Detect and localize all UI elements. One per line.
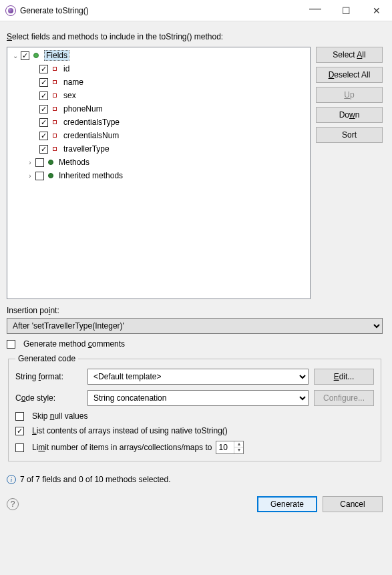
app-icon [5,5,16,16]
tree-item[interactable]: credentialsType [7,116,310,129]
checkbox-gen-comments[interactable] [7,340,15,349]
tree-item[interactable]: sex [7,89,310,102]
instruction-label: Select fields and methods to include in … [7,32,383,41]
checkbox-limit-items[interactable] [15,443,24,452]
string-format-label: String format: [15,372,82,381]
edit-button[interactable]: Edit... [314,369,374,385]
collapse-icon[interactable]: ⌄ [11,52,19,59]
square-red-icon [53,134,57,138]
up-button[interactable]: Up [316,87,383,103]
title-bar: Generate toString() — ☐ ✕ [0,0,392,21]
field-tree[interactable]: ⌄ Fields id name sex phoneNum credential… [7,47,311,299]
sort-button[interactable]: Sort [316,127,383,143]
skip-null-label: Skip null values [32,411,87,421]
checkbox[interactable] [39,91,48,100]
cancel-button[interactable]: Cancel [323,496,383,512]
checkbox-fields[interactable] [21,51,29,60]
minimize-button[interactable]: — [300,0,331,18]
tree-node-inherited[interactable]: › Inherited methods [7,169,310,182]
help-icon[interactable]: ? [7,498,19,510]
checkbox[interactable] [39,132,48,140]
down-button[interactable]: Down [316,107,383,123]
circle-green-icon [48,173,53,178]
tree-item[interactable]: phoneNum [7,102,310,116]
tree-label-methods: Methods [59,158,89,167]
generated-code-group: Generated code String format: <Default t… [8,354,381,461]
tree-node-fields[interactable]: ⌄ Fields [7,49,310,62]
string-format-select[interactable]: <Default template> [87,369,309,385]
insertion-point-label: Insertion point: [7,306,383,315]
group-legend: Generated code [15,354,78,363]
checkbox[interactable] [39,65,48,73]
select-all-button[interactable]: Select All [316,47,383,63]
tree-children-fields: id name sex phoneNum credentialsType cre… [7,62,310,156]
tree-item[interactable]: name [7,75,310,89]
window-title: Generate toString() [20,6,300,15]
expand-icon[interactable]: › [26,172,34,180]
square-red-icon [53,67,57,71]
square-red-icon [53,80,57,84]
code-style-label: Code style: [15,393,82,403]
checkbox-skip-null[interactable] [15,412,24,421]
circle-green-icon [48,160,53,165]
close-button[interactable]: ✕ [361,0,392,21]
insertion-point-select[interactable]: After 'setTravellerType(Integer)' [7,318,383,334]
checkbox[interactable] [39,118,48,127]
checkbox[interactable] [39,105,48,114]
generate-button[interactable]: Generate [257,496,317,512]
info-icon: i [7,475,16,484]
maximize-button[interactable]: ☐ [331,0,361,21]
status-text: 7 of 7 fields and 0 of 10 methods select… [20,475,170,484]
tree-item[interactable]: id [7,62,310,75]
checkbox-inherited[interactable] [35,172,44,180]
checkbox-list-contents[interactable] [15,427,24,435]
square-red-icon [53,93,57,98]
limit-items-label: Limit number of items in arrays/collecti… [32,443,212,452]
checkbox[interactable] [39,145,48,154]
deselect-all-button[interactable]: Deselect All [316,67,383,83]
code-style-select[interactable]: String concatenation [87,390,309,406]
tree-item[interactable]: travellerType [7,142,310,156]
spin-up-icon[interactable]: ▲ [234,441,243,447]
expand-icon[interactable]: › [26,159,34,166]
tree-node-methods[interactable]: › Methods [7,156,310,169]
circle-green-icon [33,53,39,58]
checkbox[interactable] [39,78,48,87]
square-red-icon [53,147,57,151]
square-red-icon [53,120,57,124]
tree-label-inherited: Inherited methods [59,171,123,180]
checkbox-methods[interactable] [35,158,44,167]
tree-item[interactable]: credentialsNum [7,129,310,142]
gen-comments-label: Generate method comments [23,339,125,349]
square-red-icon [53,107,57,111]
limit-spinner[interactable]: ▲▼ [216,441,244,454]
limit-input[interactable] [216,442,234,453]
spin-down-icon[interactable]: ▼ [234,447,243,453]
configure-button[interactable]: Configure... [314,390,374,406]
tree-label-fields: Fields [44,50,69,61]
list-contents-label: List contents of arrays instead of using… [32,426,228,435]
